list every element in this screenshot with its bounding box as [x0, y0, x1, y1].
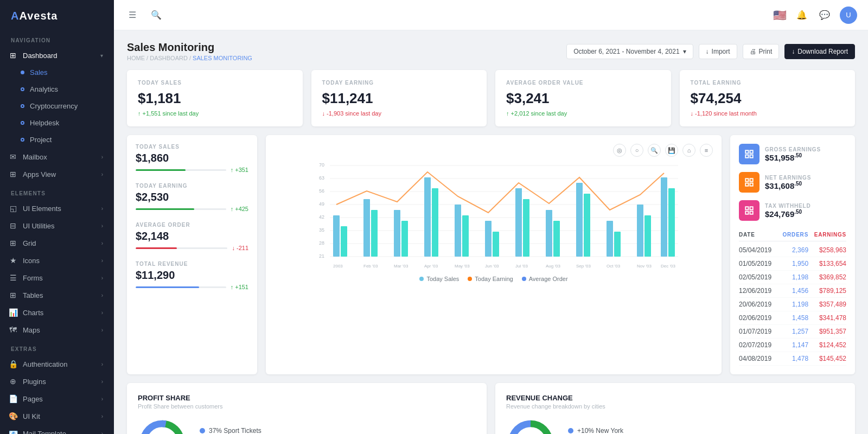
stat-label: TODAY EARNING: [322, 80, 476, 86]
download-report-button[interactable]: ↓ Download Report: [784, 44, 855, 59]
svg-rect-22: [424, 177, 431, 257]
row-orders: 1,198: [777, 301, 808, 308]
sidebar-item-icons[interactable]: ★ Icons ›: [0, 252, 114, 269]
stat-value: $1,181: [138, 90, 292, 107]
svg-rect-17: [341, 226, 347, 257]
row-date: 02/05/2019: [739, 273, 777, 281]
sidebar-item-project[interactable]: Project: [0, 131, 114, 148]
sidebar-item-label: Charts: [23, 309, 43, 317]
sidebar-item-label: Authentication: [23, 360, 67, 368]
inactive-dot: [21, 121, 24, 125]
sidebar-item-label: UI Utilities: [23, 222, 55, 230]
chart-home-icon[interactable]: ⌂: [682, 144, 695, 157]
metric-bar-row: ↓ -211: [136, 245, 248, 251]
sidebar-item-label: Tables: [23, 291, 43, 299]
date-range-value: October 6, 2021 - November 4, 2021: [573, 48, 679, 55]
sidebar-item-label: Helpdesk: [30, 119, 59, 127]
svg-rect-21: [401, 221, 408, 257]
sidebar-item-forms[interactable]: ☰ Forms ›: [0, 269, 114, 286]
middle-row: TODAY SALES $1,860 ↑ +351 TODAY EARNING …: [127, 135, 855, 374]
import-button[interactable]: ↓ Import: [699, 44, 737, 59]
sidebar-item-tables[interactable]: ⊞ Tables ›: [0, 286, 114, 304]
sidebar-item-helpdesk[interactable]: Helpdesk: [0, 114, 114, 131]
revenue-title: REVENUE CHANGE: [506, 394, 844, 402]
sidebar-item-sales[interactable]: Sales: [0, 64, 114, 81]
user-avatar[interactable]: U: [840, 7, 857, 24]
metric-bar: [136, 247, 227, 249]
sidebar-item-pages[interactable]: 📄 Pages ›: [0, 390, 114, 407]
row-earnings: $133,654: [808, 260, 846, 267]
legend-today-sales: Today Sales: [419, 276, 459, 282]
change-value: -1,120: [695, 110, 712, 117]
chevron-right-icon: ›: [101, 206, 103, 212]
table-row: 12/06/2019 1,456 $789,125: [739, 284, 846, 298]
search-icon[interactable]: 🔍: [149, 8, 164, 23]
breadcrumb-home: HOME: [127, 55, 145, 61]
chevron-right-icon: ›: [101, 413, 103, 419]
metric-1: TODAY EARNING $2,530 ↑ +425: [136, 183, 248, 212]
breadcrumb-dashboard: DASHBOARD: [150, 55, 188, 61]
change-value: -1,903: [327, 110, 343, 117]
sidebar-item-ui-kit[interactable]: 🎨 UI Kit ›: [0, 407, 114, 425]
tax-earning-icon: [739, 200, 760, 221]
metric-2: AVERAGE ORDER $2,148 ↓ -211: [136, 222, 248, 251]
sidebar-item-cryptocurrency[interactable]: Cryptocurrency: [0, 98, 114, 114]
sidebar-item-label: Plugins: [23, 378, 46, 386]
sidebar-item-plugins[interactable]: ⊕ Plugins ›: [0, 373, 114, 390]
metric-bar: [136, 208, 226, 210]
header-earnings: EARNINGS: [808, 232, 846, 238]
legend-dot-ny: [568, 428, 573, 433]
chevron-right-icon: ›: [101, 275, 103, 281]
date-range-picker[interactable]: October 6, 2021 - November 4, 2021 ▾: [566, 44, 693, 59]
chart-save-icon[interactable]: 💾: [665, 144, 678, 157]
stat-change: ↓ -1,120 since last month: [691, 110, 845, 117]
sidebar-item-ui-utilities[interactable]: ⊟ UI Utilities ›: [0, 217, 114, 234]
ui-elements-icon: ◱: [9, 204, 17, 213]
chart-menu-icon[interactable]: ≡: [700, 144, 713, 157]
sidebar-item-label: Sales: [30, 68, 48, 76]
row-orders: 1,950: [777, 260, 808, 267]
sidebar-item-authentication[interactable]: 🔒 Authentication ›: [0, 355, 114, 373]
change-text: since last day: [531, 110, 567, 117]
net-earning-card: NET EARNINGS $31,608.50: [739, 172, 846, 193]
sidebar-item-charts[interactable]: 📊 Charts ›: [0, 304, 114, 321]
chat-icon[interactable]: 💬: [817, 8, 832, 23]
sidebar-item-mailbox[interactable]: ✉ Mailbox ›: [0, 148, 114, 165]
sidebar-item-dashboard[interactable]: ⊞ Dashboard ▾: [0, 47, 114, 64]
chevron-right-icon: ›: [101, 396, 103, 402]
sidebar-item-maps[interactable]: 🗺 Maps ›: [0, 321, 114, 339]
svg-rect-35: [614, 232, 621, 257]
sidebar-item-ui-elements[interactable]: ◱ UI Elements ›: [0, 200, 114, 217]
row-date: 01/07/2019: [739, 328, 777, 335]
chart-zoom-in-icon[interactable]: 🔍: [648, 144, 661, 157]
row-date: 20/06/2019: [739, 301, 777, 308]
stat-label: TOTAL EARNING: [691, 80, 845, 86]
flag-icon[interactable]: 🇺🇸: [773, 9, 787, 22]
table-row: 02/05/2019 1,198 $369,852: [739, 271, 846, 284]
notification-icon[interactable]: 🔔: [794, 8, 809, 23]
chart-zoom-reset-icon[interactable]: ○: [630, 144, 643, 157]
sidebar-item-mail-template[interactable]: 📧 Mail Template ›: [0, 425, 114, 434]
sidebar-item-label: Project: [30, 136, 52, 144]
net-earning-icon: [739, 172, 760, 193]
menu-icon[interactable]: ☰: [125, 8, 140, 23]
tables-icon: ⊞: [9, 291, 17, 299]
sidebar-item-apps-view[interactable]: ⊞ Apps View ›: [0, 165, 114, 183]
chart-zoom-out-icon[interactable]: ◎: [613, 144, 626, 157]
chevron-down-icon: ▾: [100, 53, 103, 59]
print-button[interactable]: 🖨 Print: [743, 44, 780, 59]
sidebar-item-grid[interactable]: ⊞ Grid ›: [0, 234, 114, 252]
svg-text:Jun '03: Jun '03: [485, 264, 499, 269]
sidebar-item-label: Dashboard: [23, 52, 58, 60]
profit-share-card: PROFIT SHARE Profit Share between custom…: [127, 383, 487, 434]
svg-rect-54: [745, 155, 748, 158]
legend-label-sales: Today Sales: [426, 276, 459, 282]
change-arrow: ↓: [322, 110, 327, 117]
chevron-right-icon: ›: [101, 292, 103, 298]
profit-legend: 37% Sport Tickets 47% Business Events 19…: [200, 427, 272, 434]
row-date: 12/06/2019: [739, 287, 777, 295]
sidebar-item-analytics[interactable]: Analytics: [0, 81, 114, 98]
chart-panel: ◎ ○ 🔍 💾 ⌂ ≡ 70 63 56 49 42: [266, 135, 722, 374]
header-orders: ORDERS: [777, 232, 808, 238]
change-text: since last day: [345, 110, 381, 117]
